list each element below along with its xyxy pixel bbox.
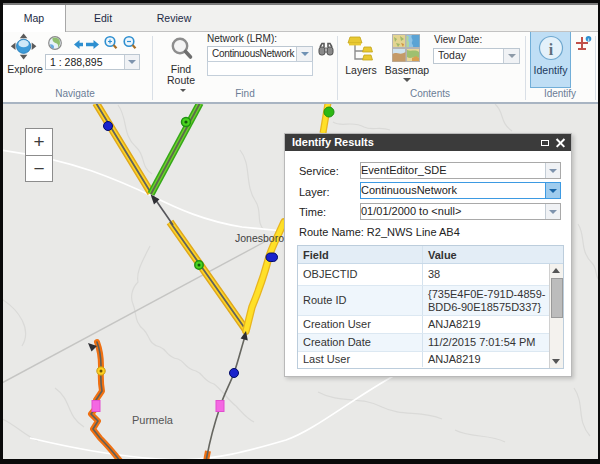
svg-text:Jonesboro: Jonesboro [235, 232, 284, 244]
svg-text:Purmela: Purmela [132, 414, 174, 426]
svg-text:i: i [549, 41, 554, 58]
